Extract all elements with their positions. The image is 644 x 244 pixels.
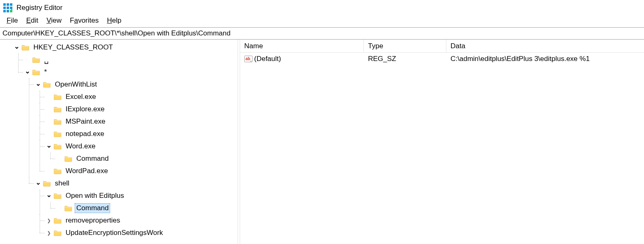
folder-icon <box>64 205 73 211</box>
folder-icon <box>43 180 51 187</box>
tree-node-hkcr[interactable]: HKEY_CLASSES_ROOT ␣ <box>13 41 238 239</box>
tree-node-iexplore[interactable]: IExplore.exe <box>45 103 238 115</box>
tree-label: * <box>43 68 48 77</box>
list-header: Name Type Data <box>240 40 644 53</box>
folder-icon <box>54 168 62 174</box>
tree-label: Command <box>75 154 110 163</box>
tree-pane: HKEY_CLASSES_ROOT ␣ <box>0 40 238 244</box>
expander-icon[interactable] <box>35 81 41 88</box>
menubar: File Edit View Favorites Help <box>0 16 644 27</box>
folder-icon <box>54 118 62 125</box>
app-icon <box>3 3 12 12</box>
tree-label: UpdateEncryptionSettingsWork <box>64 228 164 237</box>
registry-tree: HKEY_CLASSES_ROOT ␣ <box>0 40 238 244</box>
tree-node-updateenc[interactable]: UpdateEncryptionSettingsWork <box>45 227 238 239</box>
folder-icon <box>54 94 62 100</box>
tree-node-excel[interactable]: Excel.exe <box>45 91 238 103</box>
tree-label: ␣ <box>43 55 50 65</box>
folder-icon <box>64 155 73 162</box>
folder-icon <box>32 56 40 63</box>
expander-icon[interactable] <box>45 217 52 224</box>
tree-label: Open with Editplus <box>64 191 125 200</box>
tree-label: MSPaint.exe <box>64 117 106 126</box>
cell-type: REG_SZ <box>364 55 446 63</box>
tree-node-open-with-editplus[interactable]: Open with Editplus Command <box>45 190 238 214</box>
window-title: Registry Editor <box>17 4 62 12</box>
cell-name: (Default) <box>240 55 364 63</box>
expander-icon[interactable] <box>45 230 52 236</box>
expander-icon[interactable] <box>35 180 41 187</box>
column-header-type[interactable]: Type <box>364 40 446 52</box>
tree-label: WordPad.exe <box>64 167 109 176</box>
tree-node-removeproperties[interactable]: removeproperties <box>45 214 238 227</box>
folder-icon <box>54 192 62 199</box>
tree-label: shell <box>54 179 71 188</box>
main-split: HKEY_CLASSES_ROOT ␣ <box>0 40 644 244</box>
tree-node-shell[interactable]: shell Open with Editplus Command <box>35 177 238 239</box>
expander-icon[interactable] <box>13 44 20 51</box>
tree-node-notepad[interactable]: notepad.exe <box>45 128 238 140</box>
tree-label-selected: Command <box>75 204 110 213</box>
folder-icon <box>54 230 62 236</box>
folder-icon <box>43 81 51 88</box>
tree-node-word-command[interactable]: Command <box>56 152 238 165</box>
cell-data: C:\admin\editplus\EditPlus 3\editplus.ex… <box>446 55 644 63</box>
tree-node-wordpad[interactable]: WordPad.exe <box>45 165 238 177</box>
tree-label: Word.exe <box>64 142 97 151</box>
expander-icon[interactable] <box>24 69 31 75</box>
tree-node-editplus-command[interactable]: Command <box>56 202 238 214</box>
folder-icon <box>54 143 62 150</box>
tree-node-mspaint[interactable]: MSPaint.exe <box>45 115 238 128</box>
folder-icon <box>32 69 40 75</box>
address-text: Computer\HKEY_CLASSES_ROOT\*\shell\Open … <box>2 29 231 37</box>
address-bar[interactable]: Computer\HKEY_CLASSES_ROOT\*\shell\Open … <box>0 27 644 40</box>
tree-label: OpenWithList <box>54 80 98 89</box>
column-header-data[interactable]: Data <box>446 40 644 52</box>
folder-icon <box>54 106 62 113</box>
menu-view[interactable]: View <box>42 16 66 26</box>
tree-label: HKEY_CLASSES_ROOT <box>32 43 114 52</box>
folder-icon <box>54 217 62 224</box>
value-type: REG_SZ <box>368 55 396 63</box>
tree-label: IExplore.exe <box>64 105 106 114</box>
menu-help[interactable]: Help <box>103 16 125 26</box>
list-row[interactable]: (Default) REG_SZ C:\admin\editplus\EditP… <box>240 53 644 65</box>
folder-icon <box>54 131 62 137</box>
column-header-name[interactable]: Name <box>240 40 364 52</box>
expander-icon[interactable] <box>45 143 52 150</box>
menu-edit[interactable]: Edit <box>22 16 42 26</box>
tree-label: Excel.exe <box>64 92 97 101</box>
tree-label: notepad.exe <box>64 129 106 138</box>
value-name: (Default) <box>254 55 281 63</box>
titlebar: Registry Editor <box>0 0 644 16</box>
values-list-pane: Name Type Data (Default) REG_SZ C:\admin… <box>240 40 644 244</box>
string-value-icon <box>244 55 252 63</box>
tree-node-word[interactable]: Word.exe Command <box>45 140 238 165</box>
tree-node-blank[interactable]: ␣ <box>24 54 238 66</box>
value-data: C:\admin\editplus\EditPlus 3\editplus.ex… <box>451 55 590 63</box>
tree-node-star[interactable]: * OpenWithList <box>24 66 238 239</box>
tree-scroll[interactable]: HKEY_CLASSES_ROOT ␣ <box>0 40 238 244</box>
expander-icon[interactable] <box>45 192 52 199</box>
menu-favorites[interactable]: Favorites <box>66 16 103 26</box>
folder-icon <box>21 44 30 51</box>
tree-node-openwithlist[interactable]: OpenWithList Excel.exe IExplore.exe <box>35 78 238 177</box>
tree-label: removeproperties <box>64 216 121 225</box>
menu-file[interactable]: File <box>2 16 22 26</box>
